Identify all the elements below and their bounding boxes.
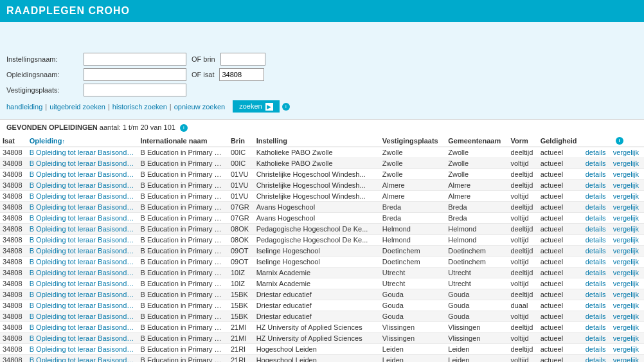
vestigingsplaats-input[interactable]	[84, 84, 186, 96]
opnieuw-zoeken-link[interactable]: opnieuw zoeken	[174, 103, 226, 111]
cell-details[interactable]: details	[583, 224, 611, 235]
uitgebreid-zoeken-link[interactable]: uitgebreid zoeken	[49, 103, 105, 111]
cell-opleiding[interactable]: B Opleiding tot leraar Basisonderwijs	[27, 311, 138, 322]
cell-isat: 34808	[0, 147, 27, 158]
cell-vergelijk[interactable]: vergelijk	[611, 311, 644, 322]
cell-opleiding[interactable]: B Opleiding tot leraar Basisonderwijs	[27, 169, 138, 180]
instellingsnaam-label: Instellingsnaam:	[6, 55, 84, 63]
cell-isat: 34808	[0, 169, 27, 180]
cell-details[interactable]: details	[583, 158, 611, 169]
cell-geldigheid: actueel	[538, 311, 583, 322]
cell-geldigheid: actueel	[538, 322, 583, 333]
cell-details[interactable]: details	[583, 213, 611, 224]
cell-opleiding[interactable]: B Opleiding tot leraar Basisonderwijs	[27, 191, 138, 202]
cell-details[interactable]: details	[583, 257, 611, 267]
cell-vergelijk[interactable]: vergelijk	[611, 278, 644, 289]
handleiding-link[interactable]: handleiding	[6, 103, 42, 111]
cell-vergelijk[interactable]: vergelijk	[611, 355, 644, 362]
table-row: 34808 B Opleiding tot leraar Basisonderw…	[0, 344, 644, 355]
results-header: GEVONDEN OPLEIDINGEN aantal: 1 t/m 20 va…	[0, 120, 644, 134]
cell-opleiding[interactable]: B Opleiding tot leraar Basisonderwijs	[27, 344, 138, 355]
cell-vergelijk[interactable]: vergelijk	[611, 202, 644, 213]
cell-vergelijk[interactable]: vergelijk	[611, 289, 644, 300]
instellingsnaam-input[interactable]	[84, 53, 186, 66]
cell-opleiding[interactable]: B Opleiding tot leraar Basisonderwijs	[27, 224, 138, 235]
cell-details[interactable]: details	[583, 278, 611, 289]
cell-opleiding[interactable]: B Opleiding tot leraar Basisonderwijs	[27, 158, 138, 169]
cell-vergelijk[interactable]: vergelijk	[611, 224, 644, 235]
cell-instelling: Avans Hogeschool	[254, 213, 380, 224]
cell-vorm: voltijd	[508, 257, 537, 267]
cell-opleiding[interactable]: B Opleiding tot leraar Basisonderwijs	[27, 322, 138, 333]
cell-vergelijk[interactable]: vergelijk	[611, 322, 644, 333]
cell-opleiding[interactable]: B Opleiding tot leraar Basisonderwijs	[27, 300, 138, 311]
cell-opleiding[interactable]: B Opleiding tot leraar Basisonderwijs	[27, 333, 138, 344]
cell-vorm: voltijd	[508, 278, 537, 289]
cell-vorm: voltijd	[508, 235, 537, 246]
cell-vorm: deeltijd	[508, 202, 537, 213]
cell-gemeente: Zwolle	[445, 169, 508, 180]
cell-vergelijk[interactable]: vergelijk	[611, 300, 644, 311]
cell-details[interactable]: details	[583, 333, 611, 344]
cell-details[interactable]: details	[583, 322, 611, 333]
cell-opleiding[interactable]: B Opleiding tot leraar Basisonderwijs	[27, 180, 138, 191]
cell-vergelijk[interactable]: vergelijk	[611, 191, 644, 202]
cell-details[interactable]: details	[583, 267, 611, 278]
cell-details[interactable]: details	[583, 147, 611, 158]
cell-geldigheid: actueel	[538, 267, 583, 278]
cell-brin: 01VU	[228, 180, 254, 191]
cell-details[interactable]: details	[583, 191, 611, 202]
cell-vergelijk[interactable]: vergelijk	[611, 213, 644, 224]
cell-vergelijk[interactable]: vergelijk	[611, 344, 644, 355]
cell-details[interactable]: details	[583, 202, 611, 213]
info-icon[interactable]: i	[282, 103, 290, 111]
cell-details[interactable]: details	[583, 235, 611, 246]
cell-details[interactable]: details	[583, 180, 611, 191]
cell-vergelijk[interactable]: vergelijk	[611, 169, 644, 180]
results-info-icon[interactable]: i	[180, 124, 188, 132]
col-vergelijk-icon[interactable]: i	[616, 137, 623, 145]
cell-brin: 21MI	[228, 333, 254, 344]
cell-brin: 07GR	[228, 202, 254, 213]
table-row: 34808 B Opleiding tot leraar Basisonderw…	[0, 322, 644, 333]
cell-isat: 34808	[0, 333, 27, 344]
cell-vergelijk[interactable]: vergelijk	[611, 333, 644, 344]
cell-vergelijk[interactable]: vergelijk	[611, 147, 644, 158]
cell-opleiding[interactable]: B Opleiding tot leraar Basisonderwijs	[27, 246, 138, 257]
cell-opleiding[interactable]: B Opleiding tot leraar Basisonderwijs	[27, 213, 138, 224]
cell-opleiding[interactable]: B Opleiding tot leraar Basisonderwijs	[27, 147, 138, 158]
cell-vergelijk[interactable]: vergelijk	[611, 158, 644, 169]
table-row: 34808 B Opleiding tot leraar Basisonderw…	[0, 235, 644, 246]
cell-geldigheid: actueel	[538, 235, 583, 246]
col-opleiding[interactable]: Opleiding↑	[27, 134, 138, 147]
cell-vergelijk[interactable]: vergelijk	[611, 267, 644, 278]
cell-details[interactable]: details	[583, 311, 611, 322]
cell-intl: B Education in Primary School...	[138, 158, 228, 169]
cell-details[interactable]: details	[583, 289, 611, 300]
cell-vergelijk[interactable]: vergelijk	[611, 246, 644, 257]
cell-opleiding[interactable]: B Opleiding tot leraar Basisonderwijs	[27, 235, 138, 246]
cell-opleiding[interactable]: B Opleiding tot leraar Basisonderwijs	[27, 278, 138, 289]
cell-opleiding[interactable]: B Opleiding tot leraar Basisonderwijs	[27, 289, 138, 300]
cell-details[interactable]: details	[583, 355, 611, 362]
cell-geldigheid: actueel	[538, 191, 583, 202]
opleidingsnaam-input[interactable]	[84, 68, 186, 81]
brin-input[interactable]	[220, 53, 265, 66]
cell-vergelijk[interactable]: vergelijk	[611, 180, 644, 191]
cell-details[interactable]: details	[583, 344, 611, 355]
cell-opleiding[interactable]: B Opleiding tot leraar Basisonderwijs	[27, 257, 138, 267]
cell-opleiding[interactable]: B Opleiding tot leraar Basisonderwijs	[27, 267, 138, 278]
cell-geldigheid: actueel	[538, 289, 583, 300]
cell-details[interactable]: details	[583, 300, 611, 311]
cell-opleiding[interactable]: B Opleiding tot leraar Basisonderwijs	[27, 202, 138, 213]
cell-instelling: Katholieke PABO Zwolle	[254, 147, 380, 158]
cell-isat: 34808	[0, 213, 27, 224]
cell-vergelijk[interactable]: vergelijk	[611, 257, 644, 267]
cell-vergelijk[interactable]: vergelijk	[611, 235, 644, 246]
zoeken-button[interactable]: zoeken ▶	[233, 100, 280, 113]
cell-opleiding[interactable]: B Opleiding tot leraar Basisonderwijs	[27, 355, 138, 362]
isat-input[interactable]	[219, 68, 264, 81]
cell-details[interactable]: details	[583, 169, 611, 180]
cell-details[interactable]: details	[583, 246, 611, 257]
historisch-zoeken-link[interactable]: historisch zoeken	[112, 103, 167, 111]
